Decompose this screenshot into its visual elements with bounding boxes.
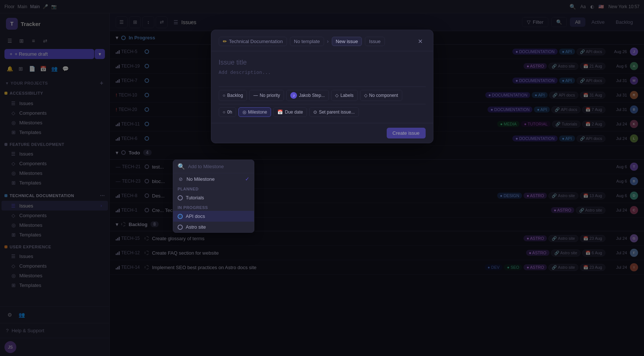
milestone-icon: ◎ bbox=[242, 110, 246, 115]
milestone-search-input[interactable] bbox=[188, 164, 250, 169]
modal-overlay[interactable]: ✏ Technical Documentation No template › … bbox=[0, 0, 644, 356]
breadcrumb-template[interactable]: No template bbox=[290, 37, 324, 46]
modal-meta-row1: ○ Backlog — No priority J Jakob Step... … bbox=[219, 86, 426, 104]
component-btn[interactable]: ◇ No component bbox=[360, 90, 402, 101]
dropdown-search: 🔍 bbox=[173, 160, 254, 173]
modal-close-button[interactable]: ✕ bbox=[415, 36, 426, 46]
modal-meta-row2: ○ 0h ◎ Milestone 📅 Due date ⊙ Set parent… bbox=[219, 107, 426, 117]
labels-icon: ◇ bbox=[335, 93, 338, 98]
astrosite-milestone-icon bbox=[178, 225, 183, 230]
breadcrumb-sep: › bbox=[327, 38, 329, 44]
no-milestone-icon: ⊘ bbox=[178, 176, 184, 182]
time-btn[interactable]: ○ 0h bbox=[219, 107, 237, 117]
priority-icon: — bbox=[253, 93, 258, 98]
breadcrumb-project[interactable]: ✏ Technical Documentation bbox=[219, 37, 287, 46]
issue-desc-input[interactable] bbox=[219, 68, 426, 85]
dropdown-item-no-milestone[interactable]: ⊘ No Milestone ✓ bbox=[173, 173, 254, 184]
status-icon: ○ bbox=[223, 93, 225, 98]
milestone-dropdown: 🔍 ⊘ No Milestone ✓ PLANNED Tutorials IN … bbox=[173, 160, 254, 233]
modal-footer: Create issue bbox=[211, 123, 433, 143]
component-icon: ◇ bbox=[364, 93, 367, 98]
section-planned: PLANNED bbox=[173, 184, 254, 192]
new-issue-modal: ✏ Technical Documentation No template › … bbox=[211, 30, 433, 143]
section-inprogress: IN PROGRESS bbox=[173, 203, 254, 211]
project-icon: ✏ bbox=[223, 39, 227, 44]
parent-issue-btn[interactable]: ⊙ Set parent issue... bbox=[309, 107, 359, 117]
modal-body: ○ Backlog — No priority J Jakob Step... … bbox=[211, 51, 433, 123]
create-issue-button[interactable]: Create issue bbox=[387, 128, 426, 138]
breadcrumb-current: New issue bbox=[332, 37, 362, 46]
assignee-avatar: J bbox=[290, 92, 297, 99]
milestone-btn[interactable]: ◎ Milestone bbox=[238, 107, 271, 117]
issue-title-input[interactable] bbox=[219, 57, 426, 68]
status-btn[interactable]: ○ Backlog bbox=[219, 90, 247, 101]
assignee-btn[interactable]: J Jakob Step... bbox=[286, 90, 329, 101]
parent-icon: ⊙ bbox=[313, 110, 317, 115]
calendar-icon: 📅 bbox=[277, 110, 283, 115]
tutorials-milestone-icon bbox=[178, 195, 183, 200]
modal-header: ✏ Technical Documentation No template › … bbox=[211, 30, 433, 51]
search-icon3: 🔍 bbox=[178, 163, 185, 170]
due-date-btn[interactable]: 📅 Due date bbox=[273, 107, 307, 117]
dropdown-item-tutorials[interactable]: Tutorials bbox=[173, 192, 254, 203]
priority-btn[interactable]: — No priority bbox=[249, 90, 284, 101]
apidocs-milestone-icon bbox=[178, 214, 183, 219]
dropdown-item-astrosite[interactable]: Astro site bbox=[173, 222, 254, 232]
dropdown-item-apidocs[interactable]: API docs bbox=[173, 211, 254, 222]
breadcrumb-type[interactable]: Issue bbox=[365, 37, 384, 46]
time-icon: ○ bbox=[223, 110, 225, 115]
labels-btn[interactable]: ◇ Labels bbox=[331, 90, 357, 101]
selected-checkmark: ✓ bbox=[245, 176, 250, 182]
